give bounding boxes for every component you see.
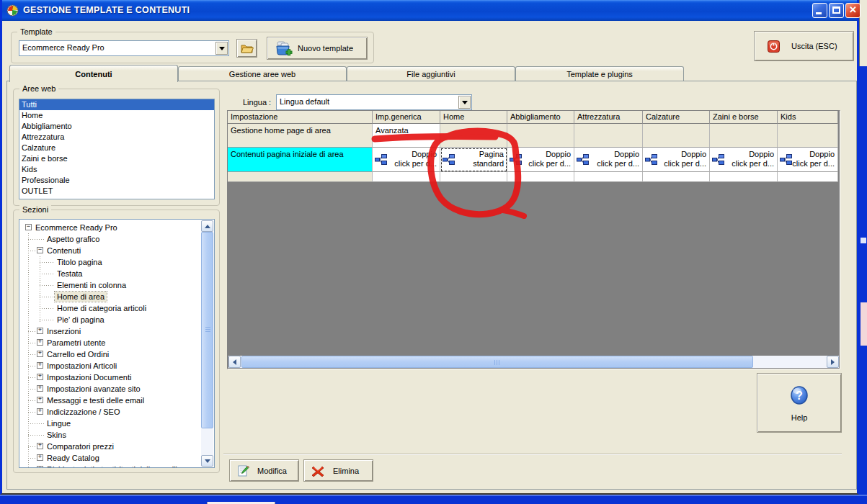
- collapse-icon[interactable]: −: [25, 224, 32, 230]
- tree-item[interactable]: +Inserzioni: [19, 325, 202, 337]
- grid-header-cell[interactable]: Zaini e borse: [710, 111, 778, 124]
- tree-item[interactable]: +Messaggi e testi delle email: [19, 395, 202, 406]
- tree-item-label[interactable]: Ecommerce Ready Pro: [33, 222, 120, 233]
- aree-web-item[interactable]: Calzature: [19, 143, 214, 153]
- grid-cell[interactable]: Doppioclick per d...: [643, 148, 710, 172]
- grid-cell[interactable]: Doppioclick per d...: [778, 148, 838, 172]
- tree-item[interactable]: Home di area: [19, 291, 202, 302]
- help-button[interactable]: ? Help: [757, 373, 842, 433]
- tree-item[interactable]: Aspetto grafico: [19, 233, 202, 245]
- grid-row-label[interactable]: Gestione home page di area: [228, 124, 373, 148]
- minimize-button[interactable]: [812, 3, 827, 18]
- grid-header-cell[interactable]: Imp.generica: [373, 111, 440, 124]
- tree-item[interactable]: Home di categoria articoli: [19, 302, 202, 314]
- aree-web-item[interactable]: Zaini e borse: [19, 153, 214, 164]
- tree-item[interactable]: −Ecommerce Ready Pro: [19, 222, 202, 233]
- grid-scroll-right-button[interactable]: [827, 356, 839, 368]
- tree-item[interactable]: Pie' di pagina: [19, 314, 202, 325]
- tree-item-label[interactable]: Impostazioni Articoli: [45, 361, 119, 371]
- grid-header-cell[interactable]: Attrezzatura: [574, 111, 643, 124]
- tree-item[interactable]: Skins: [19, 429, 202, 441]
- expand-icon[interactable]: +: [37, 397, 43, 403]
- tree-item[interactable]: Titolo pagina: [19, 256, 202, 268]
- grid-header-cell[interactable]: Abbigliamento: [507, 111, 574, 124]
- grid-cell[interactable]: Doppioclick per d...: [710, 148, 778, 172]
- tree-item-label[interactable]: Aspetto grafico: [45, 234, 102, 244]
- sezioni-tree[interactable]: −Ecommerce Ready ProAspetto grafico−Cont…: [19, 219, 215, 468]
- tree-item-label[interactable]: Elementi in colonna: [55, 280, 128, 290]
- expand-icon[interactable]: +: [37, 408, 43, 415]
- tree-scroll-down-button[interactable]: [201, 455, 213, 467]
- tree-item-label[interactable]: Parametri utente: [45, 338, 107, 348]
- grid-row-label[interactable]: Contenuti pagina iniziale di area: [228, 148, 373, 172]
- grid-cell[interactable]: [440, 124, 507, 148]
- nuovo-template-button[interactable]: Nuovo template: [267, 37, 368, 60]
- tree-item[interactable]: +Ready Catalog: [19, 452, 202, 464]
- tree-scroll-up-button[interactable]: [201, 220, 213, 232]
- grid-cell[interactable]: Doppioclick per d...: [507, 148, 574, 172]
- aree-web-item[interactable]: Home: [19, 110, 214, 121]
- grid-cell[interactable]: [778, 124, 838, 148]
- grid-cell[interactable]: [574, 172, 643, 182]
- aree-web-item[interactable]: OUTLET: [19, 186, 214, 197]
- tree-item-label[interactable]: Impostazioni Documenti: [45, 372, 133, 382]
- expand-icon[interactable]: +: [37, 328, 43, 334]
- modifica-button[interactable]: Modifica: [229, 459, 299, 482]
- tree-scrollbar[interactable]: [201, 220, 213, 467]
- grid-cell[interactable]: [507, 124, 574, 148]
- close-button[interactable]: ✕: [845, 3, 861, 18]
- grid-scrollbar-thumb[interactable]: [241, 356, 753, 368]
- grid-cell[interactable]: Avanzata: [373, 124, 440, 148]
- tree-item-label[interactable]: Titolo pagina: [55, 257, 105, 267]
- tree-item-label[interactable]: Comparatori prezzi: [45, 441, 116, 451]
- tree-item-label[interactable]: Testata: [55, 269, 84, 279]
- grid-row-label[interactable]: [228, 172, 373, 182]
- grid-cell[interactable]: Paginastandard: [440, 148, 507, 172]
- grid-header-cell[interactable]: Kids: [778, 111, 838, 124]
- grid-scroll-left-button[interactable]: [228, 356, 241, 368]
- tree-item[interactable]: Lingue: [19, 418, 202, 429]
- aree-web-item[interactable]: Kids: [19, 164, 214, 175]
- aree-web-item[interactable]: Tutti: [19, 99, 214, 110]
- grid-cell[interactable]: [643, 172, 710, 182]
- grid-cell[interactable]: [778, 172, 838, 182]
- aree-web-listbox[interactable]: TuttiHomeAbbigliamentoAttrezzaturaCalzat…: [19, 99, 215, 199]
- tree-item[interactable]: +Carrello ed Ordini: [19, 348, 202, 360]
- grid-cell[interactable]: Doppioclick per d...: [373, 148, 440, 172]
- tree-item[interactable]: −Contenuti: [19, 245, 202, 256]
- tree-item-label[interactable]: Messaggi e testi delle email: [45, 395, 146, 405]
- tree-item[interactable]: +Impostazioni Articoli: [19, 360, 202, 372]
- aree-web-item[interactable]: Attrezzatura: [19, 132, 214, 143]
- grid-cell[interactable]: [574, 124, 643, 148]
- grid-cell[interactable]: [643, 124, 710, 148]
- grid-header-cell[interactable]: Home: [440, 111, 507, 124]
- lingua-combobox[interactable]: Lingua default: [276, 94, 472, 110]
- tab-contenuti[interactable]: Contenuti: [9, 65, 178, 82]
- expand-icon[interactable]: +: [37, 443, 43, 449]
- elimina-button[interactable]: Elimina: [303, 459, 373, 482]
- tree-item[interactable]: +Impostazioni avanzate sito: [19, 383, 202, 395]
- tree-item-label[interactable]: Pie' di pagina: [55, 315, 107, 325]
- titlebar[interactable]: GESTIONE TEMPLATE E CONTENUTI ✕: [2, 0, 857, 21]
- tree-item[interactable]: +Parametri utente: [19, 337, 202, 348]
- collapse-icon[interactable]: −: [37, 247, 43, 253]
- tab-template-e-plugins[interactable]: Template e plugins: [515, 66, 684, 81]
- tree-scrollbar-thumb[interactable]: [201, 232, 213, 428]
- tree-item-label[interactable]: Carrello ed Ordini: [45, 349, 111, 359]
- grid-cell[interactable]: [373, 172, 440, 182]
- grid-header-cell[interactable]: Impostazione: [228, 111, 373, 124]
- aree-web-item[interactable]: Professionale: [19, 175, 214, 186]
- expand-icon[interactable]: +: [37, 454, 43, 461]
- grid-header-cell[interactable]: Calzature: [643, 111, 710, 124]
- tree-item-label[interactable]: Indicizzazione / SEO: [45, 407, 123, 417]
- tab-file-aggiuntivi[interactable]: File aggiuntivi: [347, 66, 515, 81]
- expand-icon[interactable]: +: [37, 339, 43, 346]
- grid-h-scrollbar[interactable]: [228, 356, 839, 368]
- aree-web-item[interactable]: Abbigliamento: [19, 121, 214, 132]
- tree-item[interactable]: +Impostazioni Documenti: [19, 372, 202, 383]
- grid-cell[interactable]: [710, 172, 778, 182]
- template-combobox[interactable]: Ecommerce Ready Pro: [19, 40, 229, 56]
- tree-item-label[interactable]: Inserzioni: [45, 326, 83, 336]
- lingua-combobox-dropdown-button[interactable]: [458, 96, 471, 109]
- maximize-button[interactable]: [829, 3, 844, 18]
